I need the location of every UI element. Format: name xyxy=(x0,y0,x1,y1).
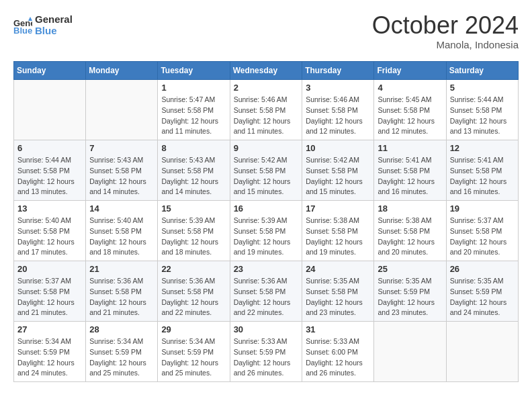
day-info: Sunrise: 5:44 AM Sunset: 5:58 PM Dayligh… xyxy=(17,155,82,197)
day-number: 1 xyxy=(161,83,226,93)
calendar-cell: 11Sunrise: 5:41 AM Sunset: 5:58 PM Dayli… xyxy=(374,140,446,201)
day-number: 6 xyxy=(17,143,82,153)
title-block: October 2024 Manola, Indonesia xyxy=(372,13,519,50)
calendar-cell: 16Sunrise: 5:39 AM Sunset: 5:58 PM Dayli… xyxy=(230,201,302,261)
day-number: 10 xyxy=(306,143,370,153)
day-info: Sunrise: 5:41 AM Sunset: 5:58 PM Dayligh… xyxy=(450,155,515,197)
calendar-cell xyxy=(14,80,86,140)
day-number: 26 xyxy=(450,264,515,274)
calendar-cell: 10Sunrise: 5:42 AM Sunset: 5:58 PM Dayli… xyxy=(302,140,374,201)
day-number: 21 xyxy=(89,264,154,274)
weekday-header: Tuesday xyxy=(158,62,230,80)
day-info: Sunrise: 5:42 AM Sunset: 5:58 PM Dayligh… xyxy=(234,155,299,197)
day-info: Sunrise: 5:33 AM Sunset: 6:00 PM Dayligh… xyxy=(306,336,370,379)
calendar-cell: 7Sunrise: 5:43 AM Sunset: 5:58 PM Daylig… xyxy=(86,140,158,201)
calendar-cell xyxy=(86,80,158,140)
day-number: 5 xyxy=(450,83,515,93)
day-info: Sunrise: 5:36 AM Sunset: 5:58 PM Dayligh… xyxy=(89,276,154,318)
logo: General Blue General Blue xyxy=(13,13,73,36)
calendar-cell: 25Sunrise: 5:35 AM Sunset: 5:59 PM Dayli… xyxy=(374,261,446,322)
day-info: Sunrise: 5:35 AM Sunset: 5:59 PM Dayligh… xyxy=(378,276,442,318)
calendar-cell xyxy=(374,322,446,382)
day-info: Sunrise: 5:41 AM Sunset: 5:58 PM Dayligh… xyxy=(378,155,442,197)
calendar-cell: 28Sunrise: 5:34 AM Sunset: 5:59 PM Dayli… xyxy=(86,322,158,382)
day-info: Sunrise: 5:46 AM Sunset: 5:58 PM Dayligh… xyxy=(234,95,299,137)
logo-blue: Blue xyxy=(35,25,73,36)
calendar-cell: 6Sunrise: 5:44 AM Sunset: 5:58 PM Daylig… xyxy=(14,140,86,201)
day-info: Sunrise: 5:38 AM Sunset: 5:58 PM Dayligh… xyxy=(378,216,442,258)
calendar-cell xyxy=(446,322,518,382)
calendar-cell: 4Sunrise: 5:45 AM Sunset: 5:58 PM Daylig… xyxy=(374,80,446,140)
day-number: 25 xyxy=(378,264,442,274)
day-info: Sunrise: 5:35 AM Sunset: 5:59 PM Dayligh… xyxy=(450,276,515,318)
calendar-cell: 17Sunrise: 5:38 AM Sunset: 5:58 PM Dayli… xyxy=(302,201,374,261)
calendar-table: SundayMondayTuesdayWednesdayThursdayFrid… xyxy=(13,61,519,382)
calendar-week-row: 6Sunrise: 5:44 AM Sunset: 5:58 PM Daylig… xyxy=(14,140,519,201)
calendar-cell: 30Sunrise: 5:33 AM Sunset: 5:59 PM Dayli… xyxy=(230,322,302,382)
calendar-cell: 13Sunrise: 5:40 AM Sunset: 5:58 PM Dayli… xyxy=(14,201,86,261)
calendar-cell: 9Sunrise: 5:42 AM Sunset: 5:58 PM Daylig… xyxy=(230,140,302,201)
weekday-header: Friday xyxy=(374,62,446,80)
weekday-header: Saturday xyxy=(446,62,518,80)
calendar-cell: 22Sunrise: 5:36 AM Sunset: 5:58 PM Dayli… xyxy=(158,261,230,322)
day-number: 19 xyxy=(450,203,515,214)
calendar-cell: 23Sunrise: 5:36 AM Sunset: 5:58 PM Dayli… xyxy=(230,261,302,322)
day-number: 20 xyxy=(17,264,82,274)
calendar-week-row: 13Sunrise: 5:40 AM Sunset: 5:58 PM Dayli… xyxy=(14,201,519,261)
weekday-header: Thursday xyxy=(302,62,374,80)
day-number: 13 xyxy=(17,203,82,214)
logo-general: General xyxy=(35,13,73,25)
day-number: 3 xyxy=(306,83,370,93)
calendar-week-row: 27Sunrise: 5:34 AM Sunset: 5:59 PM Dayli… xyxy=(14,322,519,382)
day-number: 22 xyxy=(161,264,226,274)
day-info: Sunrise: 5:39 AM Sunset: 5:58 PM Dayligh… xyxy=(234,216,299,258)
day-info: Sunrise: 5:36 AM Sunset: 5:58 PM Dayligh… xyxy=(234,276,299,318)
day-number: 16 xyxy=(234,203,299,214)
day-info: Sunrise: 5:40 AM Sunset: 5:58 PM Dayligh… xyxy=(89,216,154,258)
day-number: 18 xyxy=(378,203,442,214)
day-number: 12 xyxy=(450,143,515,153)
day-info: Sunrise: 5:43 AM Sunset: 5:58 PM Dayligh… xyxy=(89,155,154,197)
logo-icon: General Blue xyxy=(13,15,32,34)
calendar-cell: 1Sunrise: 5:47 AM Sunset: 5:58 PM Daylig… xyxy=(158,80,230,140)
weekday-header: Sunday xyxy=(14,62,86,80)
day-info: Sunrise: 5:39 AM Sunset: 5:58 PM Dayligh… xyxy=(161,216,226,258)
calendar-week-row: 20Sunrise: 5:37 AM Sunset: 5:58 PM Dayli… xyxy=(14,261,519,322)
calendar-cell: 20Sunrise: 5:37 AM Sunset: 5:58 PM Dayli… xyxy=(14,261,86,322)
day-number: 14 xyxy=(89,203,154,214)
day-number: 23 xyxy=(234,264,299,274)
day-info: Sunrise: 5:38 AM Sunset: 5:58 PM Dayligh… xyxy=(306,216,370,258)
calendar-cell: 14Sunrise: 5:40 AM Sunset: 5:58 PM Dayli… xyxy=(86,201,158,261)
page-header: General Blue General Blue October 2024 M… xyxy=(13,13,519,50)
day-info: Sunrise: 5:43 AM Sunset: 5:58 PM Dayligh… xyxy=(161,155,226,197)
day-number: 28 xyxy=(89,324,154,334)
day-info: Sunrise: 5:36 AM Sunset: 5:58 PM Dayligh… xyxy=(161,276,226,318)
svg-text:Blue: Blue xyxy=(13,26,32,34)
calendar-cell: 8Sunrise: 5:43 AM Sunset: 5:58 PM Daylig… xyxy=(158,140,230,201)
calendar-cell: 18Sunrise: 5:38 AM Sunset: 5:58 PM Dayli… xyxy=(374,201,446,261)
day-number: 4 xyxy=(378,83,442,93)
day-info: Sunrise: 5:40 AM Sunset: 5:58 PM Dayligh… xyxy=(17,216,82,258)
calendar-cell: 26Sunrise: 5:35 AM Sunset: 5:59 PM Dayli… xyxy=(446,261,518,322)
calendar-cell: 3Sunrise: 5:46 AM Sunset: 5:58 PM Daylig… xyxy=(302,80,374,140)
calendar-cell: 2Sunrise: 5:46 AM Sunset: 5:58 PM Daylig… xyxy=(230,80,302,140)
day-number: 29 xyxy=(161,324,226,334)
day-number: 27 xyxy=(17,324,82,334)
calendar-cell: 31Sunrise: 5:33 AM Sunset: 6:00 PM Dayli… xyxy=(302,322,374,382)
day-info: Sunrise: 5:47 AM Sunset: 5:58 PM Dayligh… xyxy=(161,95,226,137)
day-number: 17 xyxy=(306,203,370,214)
day-info: Sunrise: 5:46 AM Sunset: 5:58 PM Dayligh… xyxy=(306,95,370,137)
day-number: 2 xyxy=(234,83,299,93)
day-number: 8 xyxy=(161,143,226,153)
day-info: Sunrise: 5:35 AM Sunset: 5:58 PM Dayligh… xyxy=(306,276,370,318)
weekday-header: Wednesday xyxy=(230,62,302,80)
day-info: Sunrise: 5:42 AM Sunset: 5:58 PM Dayligh… xyxy=(306,155,370,197)
day-info: Sunrise: 5:37 AM Sunset: 5:58 PM Dayligh… xyxy=(17,276,82,318)
calendar-cell: 29Sunrise: 5:34 AM Sunset: 5:59 PM Dayli… xyxy=(158,322,230,382)
weekday-header: Monday xyxy=(86,62,158,80)
calendar-cell: 12Sunrise: 5:41 AM Sunset: 5:58 PM Dayli… xyxy=(446,140,518,201)
calendar-week-row: 1Sunrise: 5:47 AM Sunset: 5:58 PM Daylig… xyxy=(14,80,519,140)
day-number: 15 xyxy=(161,203,226,214)
day-info: Sunrise: 5:34 AM Sunset: 5:59 PM Dayligh… xyxy=(17,336,82,379)
calendar-cell: 27Sunrise: 5:34 AM Sunset: 5:59 PM Dayli… xyxy=(14,322,86,382)
